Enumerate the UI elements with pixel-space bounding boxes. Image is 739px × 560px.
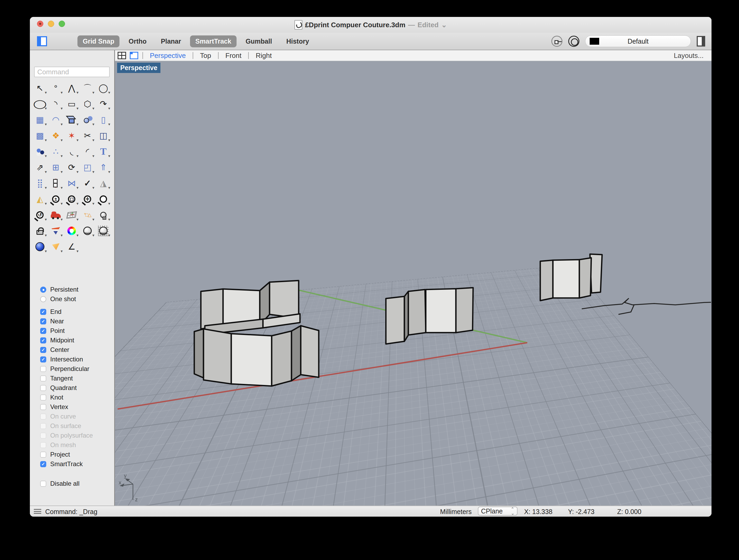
flyout-arrow-icon[interactable]: ▾ — [45, 106, 47, 111]
radio-icon[interactable] — [40, 287, 46, 293]
curve-icon[interactable]: ⌒▾ — [80, 80, 96, 96]
osnap-check-quadrant[interactable]: Quadrant — [40, 384, 77, 392]
flyout-arrow-icon[interactable]: ▾ — [60, 169, 62, 174]
checkbox-icon[interactable] — [40, 395, 46, 401]
flyout-arrow-icon[interactable]: ▾ — [92, 106, 94, 111]
flyout-arrow-icon[interactable]: ▾ — [60, 233, 62, 238]
mirror-icon[interactable]: ⋈▾ — [64, 175, 80, 191]
osnap-check-vertex[interactable]: Vertex — [40, 403, 68, 411]
checkbox-icon[interactable] — [40, 385, 46, 391]
osnap-check-center[interactable]: ✓Center — [40, 346, 69, 354]
color-picker-icon[interactable]: ▾ — [64, 223, 80, 239]
osnap-radio-one-shot[interactable]: One shot — [40, 295, 76, 303]
tab-front[interactable]: Front — [223, 51, 244, 60]
flyout-arrow-icon[interactable]: ▾ — [45, 201, 47, 206]
points-icon[interactable]: ∴▾ — [48, 144, 64, 159]
checkbox-icon[interactable] — [40, 366, 46, 372]
flyout-arrow-icon[interactable]: ▾ — [108, 217, 110, 222]
flyout-arrow-icon[interactable]: ▾ — [45, 233, 47, 238]
flyout-arrow-icon[interactable]: ▾ — [77, 106, 79, 111]
box-icon[interactable]: ▾ — [64, 112, 80, 128]
tab-top[interactable]: Top — [197, 51, 214, 60]
flyout-arrow-icon[interactable]: ▾ — [92, 122, 94, 127]
rectangle-icon[interactable]: ▭▾ — [64, 96, 80, 112]
circle-icon[interactable]: ◯▾ — [96, 80, 111, 96]
display-mode-select[interactable]: Default — [585, 35, 691, 47]
copy-icon[interactable]: ⊞▾ — [48, 159, 64, 175]
checkbox-icon[interactable]: ✓ — [40, 337, 46, 343]
flyout-arrow-icon[interactable]: ▾ — [108, 185, 110, 190]
checkbox-icon[interactable] — [40, 481, 46, 487]
title-chevron-icon[interactable]: ⌄ — [441, 21, 447, 29]
osnap-check-disable-all[interactable]: Disable all — [40, 479, 80, 487]
flyout-arrow-icon[interactable]: ▾ — [77, 185, 79, 190]
gumball-settings-icon[interactable] — [551, 36, 563, 47]
record-history-icon[interactable] — [568, 36, 579, 47]
toolbar-button-history[interactable]: History — [281, 35, 314, 47]
osnap-check-midpoint[interactable]: ✓Midpoint — [40, 336, 74, 344]
flyout-arrow-icon[interactable]: ▾ — [77, 233, 79, 238]
osnap-check-tangent[interactable]: Tangent — [40, 374, 73, 382]
toolbar-button-ortho[interactable]: Ortho — [123, 35, 152, 47]
split-icon[interactable]: ◫▾ — [96, 128, 111, 144]
flyout-arrow-icon[interactable]: ▾ — [92, 154, 94, 158]
single-viewport-icon[interactable] — [130, 52, 138, 59]
move-icon[interactable]: ⇗▾ — [32, 159, 48, 175]
flyout-arrow-icon[interactable]: ▾ — [108, 201, 110, 206]
cylinder-icon[interactable]: ▯▾ — [96, 112, 111, 128]
point-icon[interactable]: °▾ — [48, 80, 64, 96]
tab-right[interactable]: Right — [253, 51, 274, 60]
flyout-arrow-icon[interactable]: ▾ — [60, 106, 62, 111]
checkbox-icon[interactable] — [40, 442, 46, 448]
flyout-arrow-icon[interactable]: ▾ — [92, 217, 94, 222]
checkbox-icon[interactable]: ✓ — [40, 328, 46, 334]
array-icon[interactable]: ⣿▾ — [32, 175, 48, 191]
flyout-arrow-icon[interactable]: ▾ — [108, 233, 110, 238]
primitives-icon[interactable]: ◮▾ — [96, 175, 111, 191]
flyout-arrow-icon[interactable]: ▾ — [108, 138, 110, 143]
flyout-arrow-icon[interactable]: ▾ — [60, 249, 62, 254]
sphere-icon[interactable]: ▾ — [80, 112, 96, 128]
flyout-arrow-icon[interactable]: ▾ — [92, 138, 94, 143]
radio-icon[interactable] — [40, 296, 46, 302]
lock-icon[interactable]: ▾ — [32, 223, 48, 239]
flyout-arrow-icon[interactable]: ▾ — [77, 122, 79, 127]
surface-icon[interactable]: ▦▾ — [32, 112, 48, 128]
extrude-icon[interactable]: ⇑▾ — [96, 159, 111, 175]
flyout-arrow-icon[interactable]: ▾ — [60, 185, 62, 190]
osnap-check-perpendicular[interactable]: Perpendicular — [40, 365, 89, 373]
checkbox-icon[interactable] — [40, 404, 46, 410]
fillet-icon[interactable]: ◟▾ — [64, 144, 80, 159]
perspective-viewport[interactable]: Perspective x y z — [115, 61, 712, 506]
osnap-check-near[interactable]: ✓Near — [40, 317, 64, 325]
right-panel-toggle-icon[interactable] — [697, 36, 705, 46]
mesh-icon[interactable]: ▩▾ — [32, 128, 48, 144]
pointer-icon[interactable]: ↖▾ — [32, 80, 48, 96]
flyout-arrow-icon[interactable]: ▾ — [60, 201, 62, 206]
flyout-arrow-icon[interactable]: ▾ — [92, 185, 94, 190]
flyout-arrow-icon[interactable]: ▾ — [45, 122, 47, 127]
checkbox-icon[interactable] — [40, 433, 46, 439]
flyout-arrow-icon[interactable]: ▾ — [108, 169, 110, 174]
flyout-arrow-icon[interactable]: ▾ — [108, 106, 110, 111]
render-settings-icon[interactable]: ▾ — [96, 223, 111, 239]
flyout-arrow-icon[interactable]: ▾ — [77, 169, 79, 174]
flyout-arrow-icon[interactable]: ▾ — [108, 122, 110, 127]
rotate-icon[interactable]: ⟳▾ — [64, 159, 80, 175]
flyout-arrow-icon[interactable]: ▾ — [92, 169, 94, 174]
ellipse-icon[interactable]: ◯▾ — [32, 96, 48, 112]
toolbar-button-planar[interactable]: Planar — [156, 35, 186, 47]
check-icon[interactable]: ✓▾ — [80, 175, 96, 191]
flyout-arrow-icon[interactable]: ▾ — [60, 154, 62, 158]
flyout-arrow-icon[interactable]: ▾ — [77, 249, 79, 254]
checkbox-icon[interactable]: ✓ — [40, 309, 46, 315]
toolbar-button-gumball[interactable]: Gumball — [240, 35, 277, 47]
zoom-selected-icon[interactable]: ▾ — [96, 191, 111, 207]
flyout-arrow-icon[interactable]: ▾ — [108, 90, 110, 95]
flyout-arrow-icon[interactable]: ▾ — [45, 217, 47, 222]
osnap-check-intersection[interactable]: ✓Intersection — [40, 356, 83, 363]
lamp-icon[interactable]: ▾ — [96, 207, 111, 223]
arc-icon[interactable]: ◝▾ — [48, 96, 64, 112]
flyout-arrow-icon[interactable]: ▾ — [45, 154, 47, 158]
osnap-radio-persistent[interactable]: Persistent — [40, 286, 79, 293]
